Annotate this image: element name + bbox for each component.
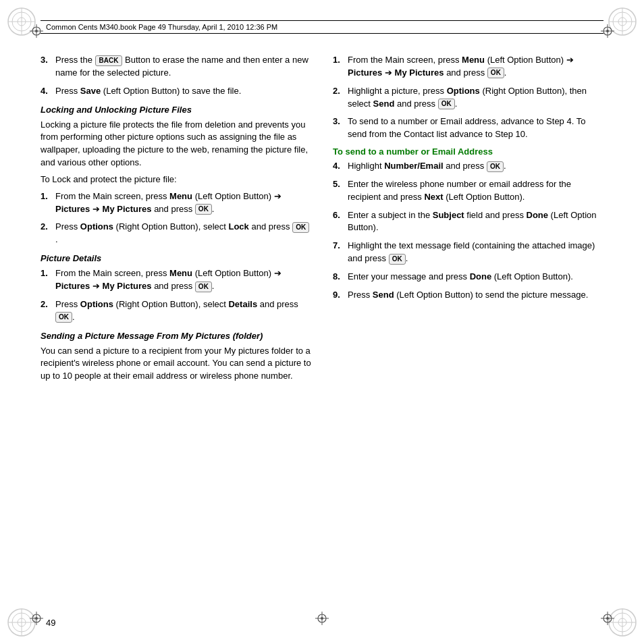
crosshair-bl (30, 612, 43, 625)
right-item-number-2: 2. (333, 85, 348, 111)
sub-heading-send-number: To send to a number or Email Address (333, 146, 603, 157)
right-item-content-8: Enter your message and press Done (Left … (348, 271, 603, 284)
ok-button-1: OK (195, 204, 212, 215)
right-item-2: 2. Highlight a picture, press Options (R… (333, 85, 603, 111)
right-item-number-7: 7. (333, 240, 348, 265)
right-item-number-8: 8. (333, 271, 348, 284)
crosshair-bottom-center (315, 612, 329, 625)
lock-item-number-2: 2. (41, 221, 55, 246)
lock-item-content-2: Press Options (Right Option Button), sel… (55, 221, 311, 246)
lock-item-number-1: 1. (41, 190, 55, 216)
right-item-content-7: Highlight the text message field (contai… (348, 240, 603, 265)
lock-item-2: 2. Press Options (Right Option Button), … (41, 221, 311, 246)
section-heading-locking: Locking and Unlocking Picture Files (41, 105, 311, 115)
right-item-number-5: 5. (333, 178, 348, 204)
right-item-5: 5. Enter the wireless phone number or em… (333, 178, 603, 204)
right-item-3: 3. To send to a number or Email address,… (333, 115, 603, 141)
locking-intro-text: To Lock and protect the picture file: (41, 173, 311, 186)
lock-item-1: 1. From the Main screen, press Menu (Lef… (41, 190, 311, 216)
right-item-number-3: 3. (333, 115, 348, 141)
right-item-number-4: 4. (333, 160, 348, 173)
section-heading-sending: Sending a Picture Message From My Pictur… (41, 331, 311, 341)
details-item-2: 2. Press Options (Right Option Button), … (41, 298, 311, 324)
right-item-4: 4. Highlight Number/Email and press OK. (333, 160, 603, 173)
ok-button-2: OK (292, 222, 309, 233)
section-heading-picture-details: Picture Details (41, 253, 311, 263)
right-item-content-4: Highlight Number/Email and press OK. (348, 160, 603, 173)
right-item-1: 1. From the Main screen, press Menu (Lef… (333, 54, 603, 80)
left-column: 3. Press the BACK Button to erase the na… (41, 46, 311, 610)
right-item-8: 8. Enter your message and press Done (Le… (333, 271, 603, 284)
header-bar: Common Cents M340.book Page 49 Thursday,… (41, 20, 603, 34)
item-content-4: Press Save (Left Option Button) to save … (55, 85, 311, 98)
right-item-9: 9. Press Send (Left Option Button) to se… (333, 289, 603, 302)
back-button-icon: BACK (95, 55, 123, 66)
ok-button-r4: OK (487, 161, 504, 172)
ok-button-r7: OK (389, 254, 406, 265)
locking-body-text: Locking a picture file protects the file… (41, 119, 311, 169)
right-item-7: 7. Highlight the text message field (con… (333, 240, 603, 265)
right-item-number-6: 6. (333, 209, 348, 235)
right-item-number-9: 9. (333, 289, 348, 302)
details-item-content-2: Press Options (Right Option Button), sel… (55, 298, 311, 324)
right-item-6: 6. Enter a subject in the Subject field … (333, 209, 603, 235)
ok-button-4: OK (55, 312, 72, 323)
details-item-number-1: 1. (41, 267, 55, 293)
ok-button-r1: OK (487, 68, 504, 78)
list-item-4: 4. Press Save (Left Option Button) to sa… (41, 85, 311, 98)
lock-item-content-1: From the Main screen, press Menu (Left O… (55, 190, 311, 216)
details-item-number-2: 2. (41, 298, 55, 324)
right-item-number-1: 1. (333, 54, 348, 80)
item-number-3: 3. (41, 54, 55, 80)
header-text: Common Cents M340.book Page 49 Thursday,… (46, 23, 277, 31)
content-area: 3. Press the BACK Button to erase the na… (41, 46, 603, 610)
right-item-content-3: To send to a number or Email address, ad… (348, 115, 603, 141)
right-item-content-5: Enter the wireless phone number or email… (348, 178, 603, 204)
right-column: 1. From the Main screen, press Menu (Lef… (333, 46, 603, 610)
right-item-content-6: Enter a subject in the Subject field and… (348, 209, 603, 235)
page-number: 49 (46, 618, 55, 628)
page: Common Cents M340.book Page 49 Thursday,… (0, 0, 644, 644)
item-content-3: Press the BACK Button to erase the name … (55, 54, 311, 80)
item-number-4: 4. (41, 85, 55, 98)
ok-button-3: OK (195, 281, 212, 292)
details-item-content-1: From the Main screen, press Menu (Left O… (55, 267, 311, 293)
sending-body-text: You can send a picture to a recipient fr… (41, 345, 311, 383)
details-item-1: 1. From the Main screen, press Menu (Lef… (41, 267, 311, 293)
list-item-3: 3. Press the BACK Button to erase the na… (41, 54, 311, 80)
right-item-content-9: Press Send (Left Option Button) to send … (348, 289, 603, 302)
right-item-content-1: From the Main screen, press Menu (Left O… (348, 54, 603, 80)
right-item-content-2: Highlight a picture, press Options (Righ… (348, 85, 603, 111)
ok-button-r2: OK (438, 99, 455, 109)
crosshair-br (601, 612, 614, 625)
